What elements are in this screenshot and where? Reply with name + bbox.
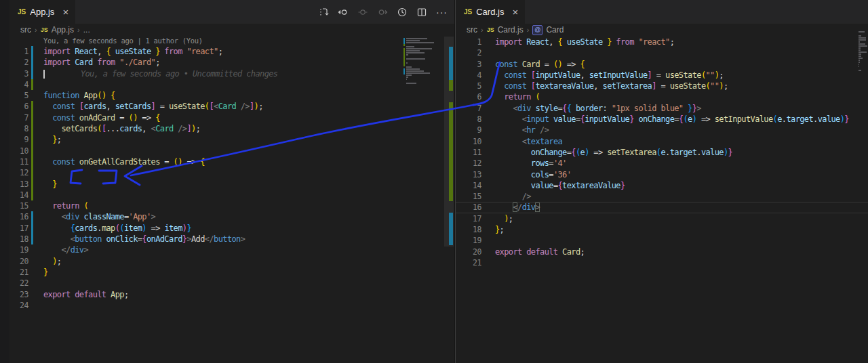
code-line[interactable]: 1import React, { useState } from "react"… [456, 37, 868, 47]
chevron-right-icon: › [77, 26, 80, 34]
code-line[interactable]: 4 [9, 79, 454, 90]
compare-previous-icon[interactable] [357, 7, 368, 18]
breadcrumb-src[interactable]: src [20, 25, 31, 35]
editor-pane-cardjs: JS Card.js × src › JS Card.js › @ Card 1… [455, 0, 868, 363]
code-line[interactable]: 18}; [456, 224, 868, 235]
code-line[interactable]: 17 ); [456, 213, 868, 224]
timeline-icon[interactable] [397, 7, 408, 18]
code-line[interactable]: 15 /> [456, 191, 868, 202]
code-line[interactable]: 2import Card from "./Card"; [9, 57, 454, 68]
code-line[interactable]: 20 ); [9, 256, 454, 267]
code-line[interactable]: 21} [9, 267, 454, 278]
code-line[interactable]: 10 <textarea [456, 136, 868, 147]
code-line[interactable]: 5function App() { [9, 90, 454, 101]
overview-ruler[interactable] [444, 37, 454, 309]
code-editor: You, a few seconds ago | 1 author (You) … [9, 36, 454, 311]
code-line[interactable]: 11 onChange={(e) => setTextarea(e.target… [456, 147, 868, 158]
code-line[interactable]: 17 {cards.map((item) => item)} [9, 223, 454, 234]
code-line[interactable]: 3 You, a few seconds ago • Uncommitted c… [9, 68, 454, 79]
tab-label: App.js [30, 7, 54, 17]
code-line[interactable]: 9 <hr /> [456, 125, 868, 135]
chevron-right-icon: › [527, 26, 530, 34]
window-edge-strip [0, 0, 9, 363]
code-line[interactable]: 4 const [inputValue, setInputValue] = us… [456, 70, 868, 81]
editor-actions: ··· [318, 0, 448, 24]
code-line[interactable]: 3const Card = () => { [456, 59, 868, 70]
code-line[interactable]: 21 [456, 257, 868, 268]
code-line[interactable]: 20export default Card; [456, 247, 868, 257]
breadcrumb: src › JS App.js › ... [9, 24, 454, 36]
minimap[interactable] [856, 31, 867, 74]
split-editor-icon[interactable] [416, 7, 427, 18]
code-line[interactable]: 8 setCards([...cards, <Card />]); [9, 123, 454, 134]
minimap[interactable] [403, 38, 444, 87]
breadcrumb-file[interactable]: App.js [52, 25, 74, 35]
code-line[interactable]: 6 return ( [456, 91, 868, 102]
code-line[interactable]: 5 const [textareaValue, setTextarea] = u… [456, 81, 868, 91]
code-line[interactable]: 2 [456, 47, 868, 58]
tab-appjs[interactable]: JS App.js × [9, 0, 75, 24]
chevron-right-icon: › [35, 26, 37, 34]
codelens-blame[interactable]: You, a few seconds ago | 1 author (You) [9, 36, 454, 46]
code-line[interactable]: 18 <button onClick={onAdCard}>Add</butto… [9, 234, 454, 244]
code-line[interactable]: 10 [9, 146, 454, 156]
tab-label: Card.js [476, 7, 504, 17]
breadcrumb-file[interactable]: Card.js [498, 25, 524, 35]
editor-pane-appjs: JS App.js × ··· src › JS App.js › ... Yo… [9, 0, 454, 363]
code-line[interactable]: 22 [9, 278, 454, 289]
code-line[interactable]: 11 const onGetAllCardStates = () => { [9, 156, 454, 167]
tabbar-right: JS Card.js × [456, 0, 868, 24]
js-file-icon: JS [41, 26, 48, 33]
code-line[interactable]: 1import React, { useState } from "react"… [9, 46, 454, 57]
code-line[interactable]: 7 const onAdCard = () => { [9, 112, 454, 123]
close-icon[interactable]: × [62, 7, 68, 17]
breadcrumb-symbol[interactable]: Card [546, 25, 564, 35]
breadcrumb-src[interactable]: src [467, 25, 477, 35]
code-line[interactable]: 13 } [9, 179, 454, 190]
next-change-icon[interactable] [377, 7, 388, 18]
open-changes-icon[interactable] [318, 7, 329, 18]
symbol-variable-icon: @ [532, 25, 542, 35]
more-actions-icon[interactable]: ··· [436, 7, 448, 18]
code-line[interactable]: 16 <div className='App'> [9, 211, 454, 222]
code-line[interactable]: 16 </div> [456, 202, 868, 213]
vscode-window: { "left_editor": { "tab": {"label": "App… [0, 0, 868, 363]
close-icon[interactable]: × [512, 7, 518, 17]
code-line[interactable]: 23export default App; [9, 289, 454, 300]
code-line[interactable]: 15 return ( [9, 200, 454, 211]
js-file-icon: JS [18, 8, 26, 16]
previous-change-icon[interactable] [338, 7, 349, 18]
code-line[interactable]: 7 <div style={{ border: "1px solid blue"… [456, 103, 868, 114]
code-line[interactable]: 19 [456, 235, 868, 246]
code-line[interactable]: 14 [9, 190, 454, 200]
code-line[interactable]: 8 <input value={inputValue} onChange={(e… [456, 114, 868, 125]
code-editor: 1import React, { useState } from "react"… [456, 37, 868, 268]
code-lines: 1import React, { useState } from "react"… [456, 37, 868, 268]
js-file-icon: JS [487, 26, 494, 33]
js-file-icon: JS [464, 8, 472, 16]
code-lines: 1import React, { useState } from "react"… [9, 46, 454, 311]
breadcrumb-symbol[interactable]: ... [83, 25, 90, 35]
code-line[interactable]: 12 [9, 167, 454, 178]
code-line[interactable]: 9 }; [9, 134, 454, 145]
code-line[interactable]: 24 [9, 300, 454, 311]
tabbar-left: JS App.js × ··· [9, 0, 454, 24]
code-line[interactable]: 13 cols='36' [456, 169, 868, 180]
tab-cardjs[interactable]: JS Card.js × [456, 0, 525, 24]
code-line[interactable]: 12 rows='4' [456, 158, 868, 169]
code-line[interactable]: 6 const [cards, setCards] = useState([<C… [9, 101, 454, 112]
code-line[interactable]: 19 </div> [9, 244, 454, 255]
breadcrumb: src › JS Card.js › @ Card [456, 24, 868, 36]
code-line[interactable]: 14 value={textareaValue} [456, 180, 868, 191]
chevron-right-icon: › [481, 26, 484, 34]
